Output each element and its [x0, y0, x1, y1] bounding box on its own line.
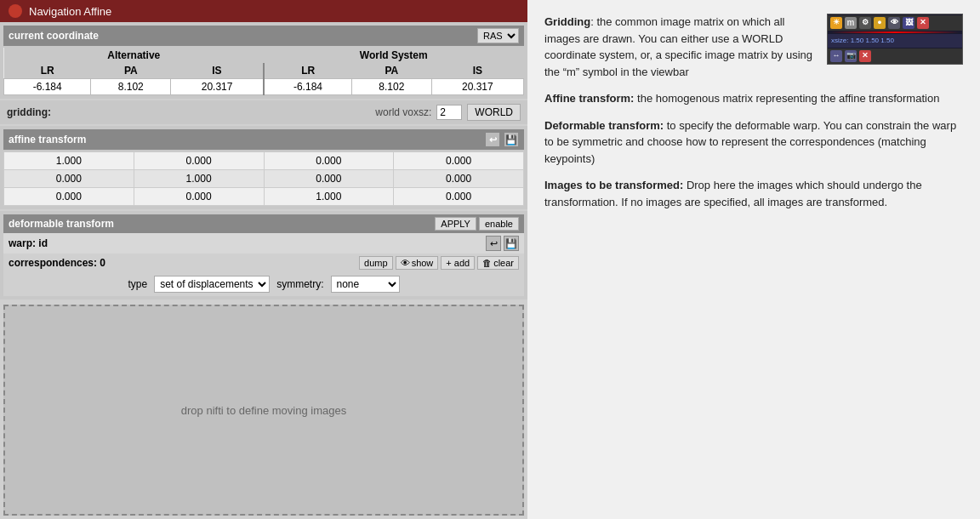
table-row: 0.000 0.000 1.000 0.000 — [4, 188, 524, 206]
thumb-icon-cam: 📷 — [845, 50, 857, 62]
cell-2-1: 0.000 — [134, 188, 264, 206]
thumb-content: xsize: 1.50 1.50 1.50 — [828, 34, 962, 48]
col-is-2: IS — [431, 63, 523, 79]
trash-icon: 🗑 — [482, 258, 492, 268]
symmetry-select[interactable]: none symmetric — [331, 276, 400, 293]
world-is-val: 20.317 — [431, 79, 523, 95]
world-lr-val: -6.184 — [264, 79, 352, 95]
deformable-label: deformable transform — [9, 218, 114, 230]
warp-row: warp: id ↩ 💾 — [3, 233, 524, 254]
drop-zone-text: drop nifti to define moving images — [181, 404, 346, 417]
gridding-help-text: Gridding: the common image matrix on whi… — [544, 14, 818, 80]
cell-0-0: 1.000 — [4, 152, 134, 170]
affine-icons: ↩ 💾 — [485, 132, 519, 147]
affine-label: affine transform — [9, 134, 86, 145]
panel-content: current coordinate RAS LAS Alternative W… — [0, 22, 527, 519]
right-panel: Gridding: the common image matrix on whi… — [527, 0, 980, 519]
deformable-help-text: Deformable transform: to specify the def… — [544, 117, 963, 168]
thumb-icon-gear: ⚙ — [859, 17, 871, 29]
cell-1-1: 1.000 — [134, 170, 264, 188]
viewbar-thumbnail: ☀ m ⚙ ● 👁 🖼 ✕ xsize: 1.50 1.50 1.50 ↔ 📷 … — [827, 14, 963, 65]
thumb-toolbar: ☀ m ⚙ ● 👁 🖼 ✕ — [828, 15, 962, 31]
gridding-section: gridding: world voxsz: WORLD — [0, 100, 527, 124]
affine-save-icon[interactable]: 💾 — [504, 132, 519, 147]
cell-0-2: 0.000 — [264, 152, 394, 170]
col-pa-1: PA — [91, 63, 171, 79]
deformable-header: deformable transform APPLY enable — [3, 214, 524, 233]
cell-0-3: 0.000 — [394, 152, 524, 170]
warp-save-icon[interactable]: 💾 — [504, 236, 519, 251]
current-coordinate-label: current coordinate — [9, 30, 99, 42]
thumb-icon-1: ☀ — [830, 17, 842, 29]
table-row: 0.000 1.000 0.000 0.000 — [4, 170, 524, 188]
affine-matrix-table: 1.000 0.000 0.000 0.000 0.000 1.000 0.00… — [3, 151, 524, 206]
affine-header: affine transform ↩ 💾 — [3, 129, 524, 150]
world-header: World System — [264, 48, 524, 63]
voxsz-label: world voxsz: — [375, 106, 431, 118]
col-lr-1: LR — [4, 63, 91, 79]
type-row: type set of displacements dense field sy… — [3, 272, 524, 296]
app-icon — [9, 4, 22, 18]
deformable-help-title: Deformable transform: — [544, 119, 664, 132]
table-row: 1.000 0.000 0.000 0.000 — [4, 152, 524, 170]
eye-icon: 👁 — [401, 258, 410, 268]
thumb-icon-circle: ● — [874, 17, 886, 29]
title-bar: Navigation Affine — [0, 0, 527, 22]
correspondences-buttons: dump 👁 show + add 🗑 clear — [359, 256, 519, 270]
warp-undo-icon[interactable]: ↩ — [486, 236, 501, 251]
correspondences-label: correspondences: 0 — [9, 257, 105, 269]
alt-header: Alternative — [4, 48, 264, 63]
thumb-icon-m: m — [845, 17, 857, 29]
dump-button[interactable]: dump — [359, 256, 393, 270]
current-coordinate-header: current coordinate RAS LAS — [3, 26, 524, 46]
thumb-icon-img: 🖼 — [903, 17, 914, 29]
cell-1-2: 0.000 — [264, 170, 394, 188]
thumb-icon-eye: 👁 — [888, 17, 900, 29]
world-button[interactable]: WORLD — [467, 104, 521, 121]
alt-pa-val: 8.102 — [91, 79, 171, 95]
thumb-icon-close: ✕ — [917, 17, 929, 29]
cell-0-1: 0.000 — [134, 152, 264, 170]
alt-is-val: 20.317 — [171, 79, 264, 95]
affine-undo-icon[interactable]: ↩ — [485, 132, 500, 147]
type-select[interactable]: set of displacements dense field — [154, 276, 270, 293]
affine-help-title: Affine transform: — [544, 92, 634, 105]
drop-zone[interactable]: drop nifti to define moving images — [3, 305, 524, 516]
thumb-icon-resize: ↔ — [830, 50, 842, 62]
voxsz-input[interactable] — [436, 105, 462, 120]
thumb-toolbar-2: ↔ 📷 ✕ — [828, 48, 962, 64]
deformable-section: deformable transform APPLY enable warp: … — [0, 211, 527, 299]
col-pa-2: PA — [351, 63, 431, 79]
warp-icons: ↩ 💾 — [486, 236, 519, 251]
cell-2-0: 0.000 — [4, 188, 134, 206]
coord-table: Alternative World System LR PA IS LR PA … — [3, 48, 524, 95]
affine-help-text: Affine transform: the homogenous matrix … — [544, 90, 963, 107]
symmetry-label: symmetry: — [276, 278, 323, 290]
gridding-help-row: Gridding: the common image matrix on whi… — [544, 14, 963, 80]
ras-select[interactable]: RAS LAS — [477, 28, 519, 43]
col-is-1: IS — [171, 63, 264, 79]
deformable-header-btns: APPLY enable — [435, 217, 519, 231]
world-pa-val: 8.102 — [351, 79, 431, 95]
cell-2-3: 0.000 — [394, 188, 524, 206]
type-label: type — [128, 278, 147, 290]
alt-lr-val: -6.184 — [4, 79, 91, 95]
enable-button[interactable]: enable — [479, 217, 519, 231]
add-button[interactable]: + add — [441, 256, 475, 270]
clear-button[interactable]: 🗑 clear — [477, 256, 519, 270]
gridding-label: gridding: — [7, 106, 51, 118]
cell-2-2: 1.000 — [264, 188, 394, 206]
images-help-text: Images to be transformed: Drop here the … — [544, 177, 963, 210]
cell-1-3: 0.000 — [394, 170, 524, 188]
title-text: Navigation Affine — [29, 5, 111, 18]
apply-button[interactable]: APPLY — [435, 217, 476, 231]
current-coordinate-section: current coordinate RAS LAS Alternative W… — [0, 22, 527, 99]
show-button[interactable]: 👁 show — [396, 256, 439, 270]
left-panel: Navigation Affine current coordinate RAS… — [0, 0, 527, 519]
thumb-red-line — [831, 31, 959, 33]
gridding-help-title: Gridding — [544, 15, 590, 28]
thumb-icon-x: ✕ — [859, 50, 871, 62]
correspondences-row: correspondences: 0 dump 👁 show + add 🗑 c… — [3, 254, 524, 272]
warp-label: warp: id — [9, 237, 48, 249]
images-help-title: Images to be transformed: — [544, 179, 683, 191]
